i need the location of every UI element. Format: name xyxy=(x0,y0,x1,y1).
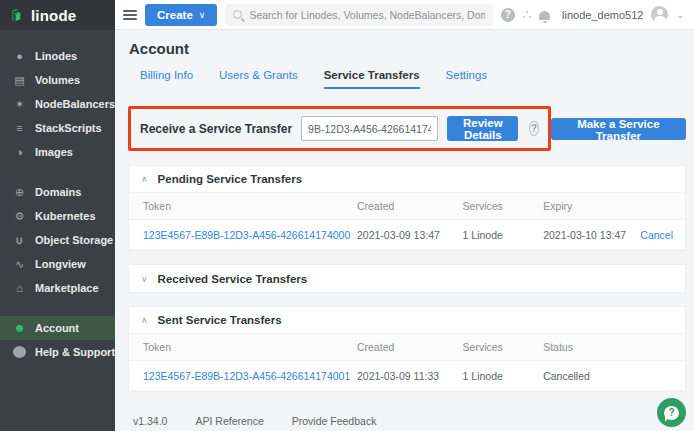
logo-text: linode xyxy=(31,7,76,24)
page-title: Account xyxy=(129,40,686,57)
linode-icon xyxy=(13,50,26,62)
sent-table-header: Token Created Services Status xyxy=(129,334,685,361)
tab-settings[interactable]: Settings xyxy=(446,69,488,89)
sidebar-item-account[interactable]: Account xyxy=(0,316,115,340)
receive-transfer-row: Receive a Service Transfer Review Detail… xyxy=(128,106,686,151)
create-button[interactable]: Create ∨ xyxy=(145,4,217,26)
pending-transfers-header[interactable]: ∧ Pending Service Transfers xyxy=(129,166,685,193)
search-icon xyxy=(233,10,242,19)
notifications-bell-icon[interactable] xyxy=(539,11,550,20)
sidebar-item-domains[interactable]: Domains xyxy=(0,180,115,204)
receive-transfer-label: Receive a Service Transfer xyxy=(140,122,292,136)
footer: v1.34.0 API Reference Provide Feedback xyxy=(128,405,686,427)
provide-feedback-link[interactable]: Provide Feedback xyxy=(292,415,377,427)
sidebar-item-nodebalancers[interactable]: NodeBalancers xyxy=(0,92,115,116)
images-icon xyxy=(13,146,26,158)
nodebalancers-icon xyxy=(13,98,26,111)
pending-table-header: Token Created Services Expiry xyxy=(129,193,685,220)
sidebar-item-marketplace[interactable]: Marketplace xyxy=(0,276,115,300)
cancel-link[interactable]: Cancel xyxy=(640,229,673,241)
transfer-token-link[interactable]: 123E4567-E89B-12D3-A456-426614174001 xyxy=(143,370,350,382)
username[interactable]: linode_demo512 xyxy=(562,9,643,21)
main-content: Account Billing Info Users & Grants Serv… xyxy=(115,30,694,431)
make-service-transfer-button[interactable]: Make a Service Transfer xyxy=(551,118,686,140)
marketplace-icon xyxy=(13,282,26,294)
help-icon: ? xyxy=(13,346,26,358)
transfer-token-link[interactable]: 123E4567-E89B-12D3-A456-426614174000 xyxy=(143,229,350,241)
received-transfers-header[interactable]: ∨ Received Service Transfers xyxy=(129,265,685,292)
api-reference-link[interactable]: API Reference xyxy=(195,415,263,427)
domains-icon xyxy=(13,186,26,199)
object-storage-icon xyxy=(13,234,26,247)
tab-users-grants[interactable]: Users & Grants xyxy=(219,69,298,89)
question-bubble-icon: ? xyxy=(664,406,679,420)
sidebar-item-object-storage[interactable]: Object Storage xyxy=(0,228,115,252)
menu-icon[interactable] xyxy=(123,10,137,20)
search-input[interactable] xyxy=(249,9,484,21)
table-row: 123E4567-E89B-12D3-A456-426614174000 202… xyxy=(129,220,685,250)
help-tooltip-icon[interactable]: ? xyxy=(529,121,538,136)
account-icon xyxy=(13,321,26,335)
sent-transfers-panel: ∧ Sent Service Transfers Token Created S… xyxy=(128,306,686,392)
sidebar-item-stackscripts[interactable]: StackScripts xyxy=(0,116,115,140)
longview-icon xyxy=(13,258,26,271)
sidebar-item-images[interactable]: Images xyxy=(0,140,115,164)
account-tabs: Billing Info Users & Grants Service Tran… xyxy=(128,69,686,90)
services-cell: 1 Linode xyxy=(463,229,544,241)
status-cell: Cancelled xyxy=(543,370,629,382)
created-cell: 2021-03-09 13:47 xyxy=(357,229,463,241)
sidebar-item-help-support[interactable]: ? Help & Support xyxy=(0,340,115,364)
sidebar-item-kubernetes[interactable]: Kubernetes xyxy=(0,204,115,228)
chevron-down-icon: ∨ xyxy=(199,10,206,20)
top-bar: Create ∨ ? ∴ linode_demo512 ⌄ xyxy=(115,0,694,30)
stackscripts-icon xyxy=(13,122,26,134)
services-cell: 1 Linode xyxy=(463,370,544,382)
linode-logo-icon xyxy=(10,8,25,23)
kubernetes-icon xyxy=(13,210,26,223)
collapse-chevron-icon: ∧ xyxy=(141,315,148,325)
sent-transfers-header[interactable]: ∧ Sent Service Transfers xyxy=(129,307,685,334)
expand-chevron-icon: ∨ xyxy=(141,274,148,284)
search-bar[interactable] xyxy=(225,4,492,26)
receive-transfer-highlight-box: Receive a Service Transfer Review Detail… xyxy=(128,106,551,151)
profile-chevron-down-icon[interactable]: ⌄ xyxy=(676,10,684,20)
tab-service-transfers[interactable]: Service Transfers xyxy=(324,69,420,89)
received-transfers-panel: ∨ Received Service Transfers xyxy=(128,264,686,293)
help-icon[interactable]: ? xyxy=(501,8,515,22)
sidebar-item-linodes[interactable]: Linodes xyxy=(0,44,115,68)
support-chat-button[interactable]: ? xyxy=(657,398,686,427)
pending-transfers-panel: ∧ Pending Service Transfers Token Create… xyxy=(128,165,686,251)
linode-logo[interactable]: linode xyxy=(0,0,115,30)
tab-billing-info[interactable]: Billing Info xyxy=(140,69,193,89)
expiry-cell: 2021-03-10 13:47 xyxy=(543,229,629,241)
avatar[interactable] xyxy=(651,6,668,23)
review-details-button[interactable]: Review Details xyxy=(447,116,518,141)
table-row: 123E4567-E89B-12D3-A456-426614174001 202… xyxy=(129,361,685,391)
volumes-icon xyxy=(13,74,26,87)
sidebar: linode Linodes Volumes NodeBalancers Sta… xyxy=(0,0,115,431)
collapse-chevron-icon: ∧ xyxy=(141,174,148,184)
version-label: v1.34.0 xyxy=(133,415,167,427)
sidebar-item-longview[interactable]: Longview xyxy=(0,252,115,276)
transfer-token-input[interactable] xyxy=(301,116,438,141)
sidebar-item-volumes[interactable]: Volumes xyxy=(0,68,115,92)
created-cell: 2021-03-09 11:33 xyxy=(357,370,463,382)
community-icon[interactable]: ∴ xyxy=(523,8,531,21)
